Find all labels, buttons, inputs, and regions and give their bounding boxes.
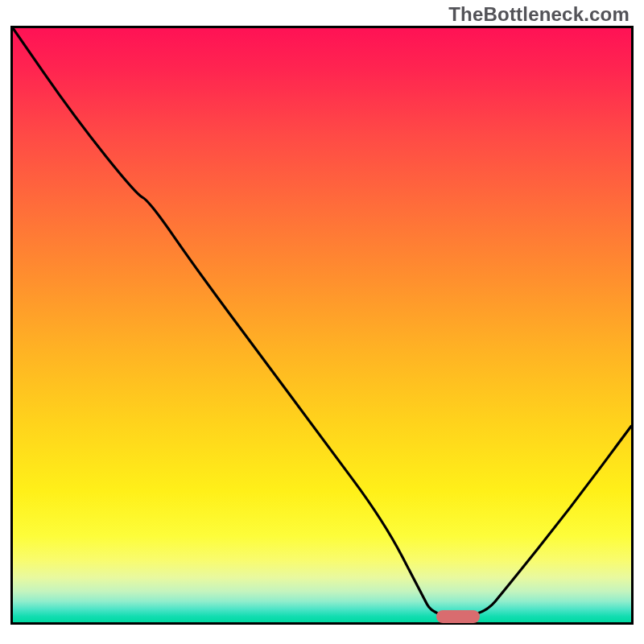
plot-area [10,26,634,625]
watermark-text: TheBottleneck.com [448,3,630,26]
chart-container: TheBottleneck.com [0,0,644,644]
curve-svg [13,28,631,622]
optimal-point-marker [436,610,480,624]
bottleneck-curve-path [13,28,631,617]
